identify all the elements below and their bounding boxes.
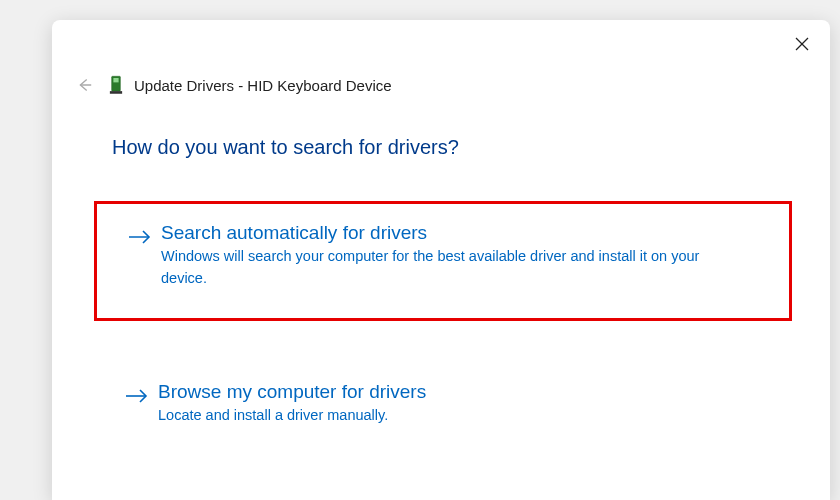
dialog-content: How do you want to search for drivers? S… — [52, 96, 830, 454]
arrow-right-icon — [124, 386, 150, 406]
arrow-right-icon — [127, 227, 153, 247]
option-description: Locate and install a driver manually. — [158, 405, 698, 427]
back-arrow-icon — [75, 76, 93, 94]
option-text: Search automatically for drivers Windows… — [161, 222, 755, 290]
question-heading: How do you want to search for drivers? — [112, 136, 770, 159]
option-title: Search automatically for drivers — [161, 222, 755, 244]
option-browse-computer[interactable]: Browse my computer for drivers Locate an… — [112, 363, 770, 455]
back-button[interactable] — [74, 75, 94, 95]
option-description: Windows will search your computer for th… — [161, 246, 701, 290]
update-drivers-dialog: Update Drivers - HID Keyboard Device How… — [52, 20, 830, 500]
svg-rect-4 — [113, 78, 118, 82]
close-button[interactable] — [792, 34, 812, 54]
dialog-header: Update Drivers - HID Keyboard Device — [52, 20, 830, 96]
svg-rect-5 — [110, 91, 122, 94]
option-search-automatically[interactable]: Search automatically for drivers Windows… — [94, 201, 792, 321]
option-title: Browse my computer for drivers — [158, 381, 758, 403]
device-icon — [108, 74, 124, 96]
option-text: Browse my computer for drivers Locate an… — [158, 381, 758, 427]
close-icon — [795, 37, 809, 51]
dialog-title: Update Drivers - HID Keyboard Device — [134, 77, 392, 94]
